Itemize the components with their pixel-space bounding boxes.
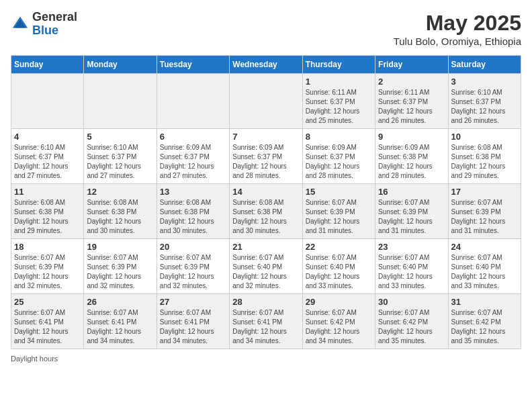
day-number: 24 [451, 242, 518, 252]
calendar-week-row-4: 18Sunrise: 6:07 AMSunset: 6:39 PMDayligh… [11, 239, 521, 294]
calendar-cell: 6Sunrise: 6:09 AMSunset: 6:37 PMDaylight… [157, 129, 229, 184]
calendar-cell: 21Sunrise: 6:07 AMSunset: 6:40 PMDayligh… [230, 239, 302, 294]
day-info: Sunrise: 6:11 AMSunset: 6:37 PMDaylight:… [306, 88, 372, 126]
day-number: 25 [14, 297, 81, 307]
day-info: Sunrise: 6:09 AMSunset: 6:37 PMDaylight:… [306, 143, 372, 181]
calendar-cell: 12Sunrise: 6:08 AMSunset: 6:38 PMDayligh… [84, 184, 157, 239]
calendar-cell: 22Sunrise: 6:07 AMSunset: 6:40 PMDayligh… [302, 239, 375, 294]
day-info: Sunrise: 6:08 AMSunset: 6:38 PMDaylight:… [14, 198, 81, 236]
day-number: 18 [14, 242, 81, 252]
day-info: Sunrise: 6:08 AMSunset: 6:38 PMDaylight:… [451, 143, 518, 181]
calendar-header-saturday: Saturday [448, 56, 521, 74]
calendar-cell [230, 74, 302, 129]
calendar-cell [157, 74, 229, 129]
calendar-cell: 25Sunrise: 6:07 AMSunset: 6:41 PMDayligh… [11, 294, 84, 349]
day-number: 6 [160, 132, 226, 142]
title-block: May 2025 Tulu Bolo, Oromiya, Ethiopia [394, 11, 521, 47]
subtitle: Tulu Bolo, Oromiya, Ethiopia [394, 36, 521, 47]
day-number: 31 [451, 297, 518, 307]
day-info: Sunrise: 6:08 AMSunset: 6:38 PMDaylight:… [87, 198, 153, 236]
calendar-cell: 29Sunrise: 6:07 AMSunset: 6:42 PMDayligh… [302, 294, 375, 349]
day-info: Sunrise: 6:07 AMSunset: 6:39 PMDaylight:… [378, 198, 445, 236]
day-number: 26 [87, 297, 153, 307]
calendar-cell: 19Sunrise: 6:07 AMSunset: 6:39 PMDayligh… [84, 239, 157, 294]
calendar-cell: 3Sunrise: 6:10 AMSunset: 6:37 PMDaylight… [448, 74, 521, 129]
calendar-cell: 23Sunrise: 6:07 AMSunset: 6:40 PMDayligh… [375, 239, 448, 294]
day-info: Sunrise: 6:07 AMSunset: 6:41 PMDaylight:… [87, 308, 153, 346]
day-number: 4 [14, 132, 81, 142]
page-header: General Blue May 2025 Tulu Bolo, Oromiya… [11, 11, 521, 47]
day-number: 16 [378, 187, 445, 197]
day-number: 15 [306, 187, 372, 197]
calendar-cell: 9Sunrise: 6:09 AMSunset: 6:38 PMDaylight… [375, 129, 448, 184]
day-number: 11 [14, 187, 81, 197]
day-number: 2 [378, 77, 445, 87]
day-number: 9 [378, 132, 445, 142]
calendar-cell: 26Sunrise: 6:07 AMSunset: 6:41 PMDayligh… [84, 294, 157, 349]
day-info: Sunrise: 6:07 AMSunset: 6:39 PMDaylight:… [306, 198, 372, 236]
calendar-cell: 17Sunrise: 6:07 AMSunset: 6:39 PMDayligh… [448, 184, 521, 239]
day-info: Sunrise: 6:07 AMSunset: 6:39 PMDaylight:… [87, 253, 153, 291]
day-number: 3 [451, 77, 518, 87]
day-info: Sunrise: 6:10 AMSunset: 6:37 PMDaylight:… [87, 143, 153, 181]
day-number: 10 [451, 132, 518, 142]
day-info: Sunrise: 6:07 AMSunset: 6:40 PMDaylight:… [306, 253, 372, 291]
day-number: 20 [160, 242, 226, 252]
day-info: Sunrise: 6:07 AMSunset: 6:42 PMDaylight:… [378, 308, 445, 346]
calendar-header-friday: Friday [375, 56, 448, 74]
day-number: 21 [232, 242, 299, 252]
calendar-header-row: SundayMondayTuesdayWednesdayThursdayFrid… [11, 56, 521, 74]
calendar-cell: 5Sunrise: 6:10 AMSunset: 6:37 PMDaylight… [84, 129, 157, 184]
day-number: 30 [378, 297, 445, 307]
day-info: Sunrise: 6:07 AMSunset: 6:40 PMDaylight:… [232, 253, 299, 291]
day-info: Sunrise: 6:07 AMSunset: 6:41 PMDaylight:… [160, 308, 226, 346]
day-number: 8 [306, 132, 372, 142]
calendar-cell: 1Sunrise: 6:11 AMSunset: 6:37 PMDaylight… [302, 74, 375, 129]
day-info: Sunrise: 6:07 AMSunset: 6:41 PMDaylight:… [14, 308, 81, 346]
day-info: Sunrise: 6:07 AMSunset: 6:42 PMDaylight:… [306, 308, 372, 346]
logo-text: General Blue [32, 11, 77, 38]
calendar-cell [84, 74, 157, 129]
calendar-week-row-1: 1Sunrise: 6:11 AMSunset: 6:37 PMDaylight… [11, 74, 521, 129]
day-info: Sunrise: 6:10 AMSunset: 6:37 PMDaylight:… [451, 88, 518, 126]
calendar-cell: 30Sunrise: 6:07 AMSunset: 6:42 PMDayligh… [375, 294, 448, 349]
calendar-cell: 24Sunrise: 6:07 AMSunset: 6:40 PMDayligh… [448, 239, 521, 294]
day-info: Sunrise: 6:10 AMSunset: 6:37 PMDaylight:… [14, 143, 81, 181]
day-info: Sunrise: 6:07 AMSunset: 6:39 PMDaylight:… [14, 253, 81, 291]
calendar-header-monday: Monday [84, 56, 157, 74]
calendar-cell: 7Sunrise: 6:09 AMSunset: 6:37 PMDaylight… [230, 129, 302, 184]
calendar-cell: 16Sunrise: 6:07 AMSunset: 6:39 PMDayligh… [375, 184, 448, 239]
footer-note: Daylight hours [11, 355, 521, 363]
day-info: Sunrise: 6:08 AMSunset: 6:38 PMDaylight:… [232, 198, 299, 236]
calendar-cell: 27Sunrise: 6:07 AMSunset: 6:41 PMDayligh… [157, 294, 229, 349]
day-number: 29 [306, 297, 372, 307]
day-number: 14 [232, 187, 299, 197]
main-title: May 2025 [394, 11, 521, 36]
day-number: 23 [378, 242, 445, 252]
calendar-cell: 28Sunrise: 6:07 AMSunset: 6:41 PMDayligh… [230, 294, 302, 349]
calendar-cell: 10Sunrise: 6:08 AMSunset: 6:38 PMDayligh… [448, 129, 521, 184]
logo: General Blue [11, 11, 77, 38]
logo-icon [11, 15, 30, 34]
day-number: 22 [306, 242, 372, 252]
calendar-cell: 2Sunrise: 6:11 AMSunset: 6:37 PMDaylight… [375, 74, 448, 129]
day-number: 1 [306, 77, 372, 87]
day-info: Sunrise: 6:07 AMSunset: 6:39 PMDaylight:… [451, 198, 518, 236]
calendar-cell: 31Sunrise: 6:07 AMSunset: 6:42 PMDayligh… [448, 294, 521, 349]
calendar-table: SundayMondayTuesdayWednesdayThursdayFrid… [11, 55, 521, 349]
day-info: Sunrise: 6:07 AMSunset: 6:41 PMDaylight:… [232, 308, 299, 346]
day-info: Sunrise: 6:08 AMSunset: 6:38 PMDaylight:… [160, 198, 226, 236]
calendar-cell: 4Sunrise: 6:10 AMSunset: 6:37 PMDaylight… [11, 129, 84, 184]
calendar-header-wednesday: Wednesday [230, 56, 302, 74]
day-number: 5 [87, 132, 153, 142]
calendar-week-row-5: 25Sunrise: 6:07 AMSunset: 6:41 PMDayligh… [11, 294, 521, 349]
calendar-week-row-3: 11Sunrise: 6:08 AMSunset: 6:38 PMDayligh… [11, 184, 521, 239]
calendar-header-tuesday: Tuesday [157, 56, 229, 74]
day-number: 28 [232, 297, 299, 307]
calendar-cell: 20Sunrise: 6:07 AMSunset: 6:39 PMDayligh… [157, 239, 229, 294]
day-info: Sunrise: 6:09 AMSunset: 6:37 PMDaylight:… [232, 143, 299, 181]
day-number: 17 [451, 187, 518, 197]
day-info: Sunrise: 6:07 AMSunset: 6:42 PMDaylight:… [451, 308, 518, 346]
day-number: 7 [232, 132, 299, 142]
day-number: 13 [160, 187, 226, 197]
